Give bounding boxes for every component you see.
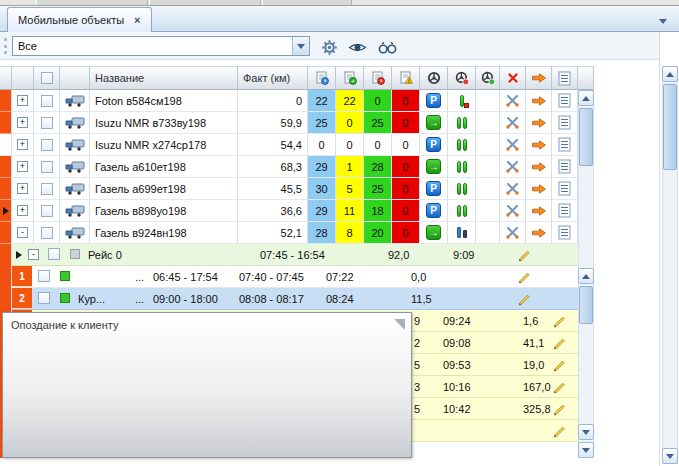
- stop-checkbox[interactable]: [38, 292, 50, 304]
- expand-button[interactable]: +: [17, 205, 28, 216]
- stops-scrollbar-thumb[interactable]: [579, 286, 593, 324]
- trip-stop-row-selected[interactable]: 2 Кур... ... 09:00 - 18:00 08:08 - 08:17…: [12, 288, 578, 310]
- column-header-details[interactable]: [552, 66, 578, 90]
- expand-cell[interactable]: +: [12, 134, 34, 156]
- fact-km[interactable]: 59,9: [238, 112, 308, 134]
- goto-cell[interactable]: [526, 134, 552, 156]
- checkbox-cell[interactable]: [34, 200, 60, 222]
- details-cell[interactable]: [552, 156, 578, 178]
- status-cell[interactable]: P: [420, 200, 448, 222]
- moves-cell[interactable]: [476, 178, 500, 200]
- expand-cell[interactable]: +: [12, 90, 34, 112]
- trip-collapse-cell[interactable]: -: [28, 244, 39, 265]
- expand-cell[interactable]: +: [12, 112, 34, 134]
- checkbox-cell[interactable]: [34, 178, 60, 200]
- cell-planned[interactable]: 29: [308, 156, 336, 178]
- moves-cell[interactable]: [476, 222, 500, 244]
- checkbox-cell[interactable]: [34, 134, 60, 156]
- status-cell[interactable]: P: [420, 90, 448, 112]
- edit-pencil-icon[interactable]: [553, 398, 567, 419]
- route-cell[interactable]: [500, 134, 526, 156]
- row-checkbox[interactable]: [41, 183, 53, 195]
- expand-cell[interactable]: +: [12, 156, 34, 178]
- details-cell[interactable]: [552, 134, 578, 156]
- status-cell[interactable]: →: [420, 222, 448, 244]
- activity-cell[interactable]: [448, 156, 476, 178]
- moves-cell[interactable]: [476, 112, 500, 134]
- activity-cell[interactable]: [448, 134, 476, 156]
- vehicle-row[interactable]: + Isuzu NMR в733ву198 59,9 25 0 25 0 →: [0, 112, 594, 134]
- tab-overflow-button[interactable]: [655, 15, 671, 27]
- filter-combobox[interactable]: Все: [12, 36, 310, 56]
- column-header-delete[interactable]: [500, 66, 526, 90]
- column-header-goto[interactable]: [526, 66, 552, 90]
- column-header-checkbox[interactable]: [34, 66, 60, 90]
- vehicle-row-expanded[interactable]: - Газель в924вн198 52,1 28 8 20 0 →: [0, 222, 594, 244]
- trip-checkbox[interactable]: [48, 248, 60, 260]
- status-cell[interactable]: →: [420, 156, 448, 178]
- stops-scroll-down-button[interactable]: [578, 424, 594, 440]
- activity-cell[interactable]: [448, 112, 476, 134]
- trip-stop-row[interactable]: 1 ... 06:45 - 17:54 07:40 - 07:45 07:22 …: [12, 266, 578, 288]
- goto-cell[interactable]: [526, 222, 552, 244]
- route-cell[interactable]: [500, 178, 526, 200]
- checkbox-cell[interactable]: [34, 90, 60, 112]
- cell-late[interactable]: 0: [392, 156, 420, 178]
- expand-button[interactable]: +: [17, 139, 28, 150]
- moves-cell[interactable]: [476, 90, 500, 112]
- fact-km[interactable]: 45,5: [238, 178, 308, 200]
- cell-done[interactable]: 0: [364, 134, 392, 156]
- cell-done[interactable]: 25: [364, 112, 392, 134]
- details-cell[interactable]: [552, 112, 578, 134]
- cell-planned[interactable]: 28: [308, 222, 336, 244]
- column-header-fact[interactable]: Факт (км): [238, 66, 308, 90]
- fact-km[interactable]: 36,6: [238, 200, 308, 222]
- row-checkbox[interactable]: [41, 205, 53, 217]
- panel-scroll-up-button[interactable]: [662, 66, 678, 82]
- checkbox-cell[interactable]: [34, 112, 60, 134]
- edit-pencil-icon[interactable]: [553, 332, 567, 353]
- column-header-driving[interactable]: [420, 66, 448, 90]
- column-header-done[interactable]: [364, 66, 392, 90]
- cell-remaining[interactable]: 8: [336, 222, 364, 244]
- cell-remaining[interactable]: 11: [336, 200, 364, 222]
- column-header-vehicle[interactable]: [60, 66, 90, 90]
- edit-pencil-icon[interactable]: [553, 420, 567, 441]
- column-header-moves[interactable]: [476, 66, 500, 90]
- stop-checkbox[interactable]: [38, 270, 50, 282]
- route-cell[interactable]: [500, 90, 526, 112]
- cell-late[interactable]: 0: [392, 222, 420, 244]
- status-cell[interactable]: P: [420, 178, 448, 200]
- cell-remaining[interactable]: 5: [336, 178, 364, 200]
- tab-close-icon[interactable]: ×: [134, 15, 140, 26]
- checkbox-cell[interactable]: [34, 222, 60, 244]
- vehicle-name[interactable]: Газель а610ет198: [90, 156, 238, 178]
- cell-planned[interactable]: 29: [308, 200, 336, 222]
- expand-button[interactable]: +: [17, 95, 28, 106]
- expand-cell[interactable]: +: [12, 200, 34, 222]
- goto-cell[interactable]: [526, 178, 552, 200]
- cell-planned[interactable]: 22: [308, 90, 336, 112]
- goto-cell[interactable]: [526, 200, 552, 222]
- cell-remaining[interactable]: 0: [336, 112, 364, 134]
- edit-pencil-icon[interactable]: [518, 266, 532, 287]
- grid-scroll-up-button[interactable]: [578, 90, 594, 106]
- route-cell[interactable]: [500, 156, 526, 178]
- column-header-planned[interactable]: [308, 66, 336, 90]
- status-cell[interactable]: P: [420, 134, 448, 156]
- moves-cell[interactable]: [476, 200, 500, 222]
- toolbar-grip[interactable]: [4, 38, 7, 54]
- cell-remaining[interactable]: 1: [336, 156, 364, 178]
- activity-cell[interactable]: [448, 90, 476, 112]
- expand-cell[interactable]: -: [12, 222, 34, 244]
- column-header-name[interactable]: Название: [90, 66, 238, 90]
- fact-km[interactable]: 68,3: [238, 156, 308, 178]
- row-checkbox[interactable]: [41, 117, 53, 129]
- cell-late[interactable]: 0: [392, 200, 420, 222]
- stop-ellipsis-button[interactable]: ...: [135, 288, 144, 309]
- column-header-stops[interactable]: [448, 66, 476, 90]
- row-checkbox[interactable]: [41, 95, 53, 107]
- row-checkbox[interactable]: [41, 161, 53, 173]
- vehicle-name[interactable]: Газель в898уо198: [90, 200, 238, 222]
- column-header-remaining[interactable]: [336, 66, 364, 90]
